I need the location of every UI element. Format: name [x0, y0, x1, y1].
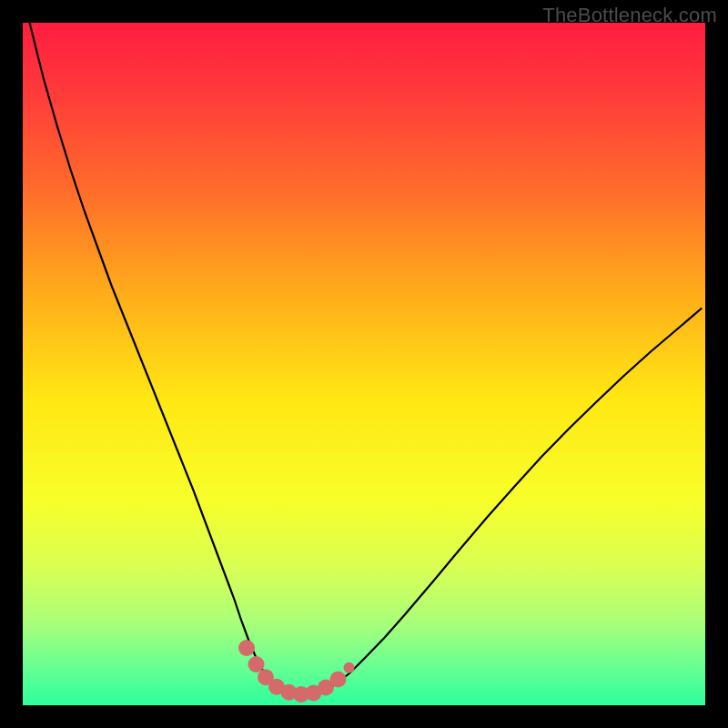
plot-area	[23, 23, 705, 705]
gradient-background	[23, 23, 705, 705]
bottleneck-chart	[23, 23, 705, 705]
highlight-marker	[330, 672, 347, 688]
highlight-marker	[344, 662, 355, 673]
chart-frame: TheBottleneck.com	[0, 0, 728, 728]
highlight-marker	[238, 640, 255, 656]
